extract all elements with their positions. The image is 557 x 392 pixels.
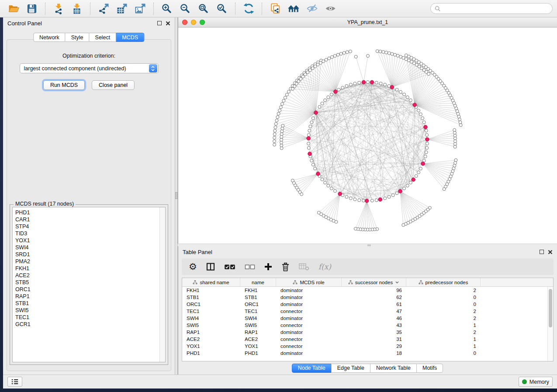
export-image-button[interactable] [132, 2, 148, 16]
float-panel-icon[interactable] [540, 250, 544, 254]
open-session-button[interactable] [6, 2, 21, 16]
cell-mcds_role[interactable]: dominator [276, 351, 342, 356]
hide-selected-button[interactable] [304, 2, 320, 16]
network-canvas[interactable] [178, 28, 557, 244]
column-header-predecessor-nodes[interactable]: predecessor nodes [406, 278, 481, 286]
cell-mcds_role[interactable]: dominator [276, 316, 342, 321]
close-panel-icon[interactable] [548, 250, 553, 254]
import-table-button[interactable] [69, 2, 85, 16]
cell-mcds_role[interactable]: dominator [276, 288, 342, 293]
tab-node-table[interactable]: Node Table [292, 364, 332, 373]
cell-successor_nodes[interactable]: 96 [342, 288, 406, 293]
table-row[interactable]: SWI5SWI5connector431 [182, 322, 553, 329]
tab-mcds[interactable]: MCDS [116, 33, 144, 42]
zoom-selected-button[interactable] [214, 2, 230, 16]
mcds-result-item[interactable]: TID3 [15, 230, 159, 237]
cell-predecessor_nodes[interactable]: 1 [406, 337, 481, 342]
cell-successor_nodes[interactable]: 18 [342, 351, 406, 356]
table-row[interactable]: ORC1ORC1dominator610 [182, 301, 553, 308]
table-mode-button[interactable]: ⚙ [189, 262, 197, 272]
cell-mcds_role[interactable]: dominator [276, 302, 342, 307]
export-network-button[interactable] [96, 2, 111, 16]
cell-mcds_role[interactable]: dominator [276, 330, 342, 335]
import-network-button[interactable] [51, 2, 66, 16]
show-all-button[interactable] [322, 2, 338, 16]
cell-shared_name[interactable]: RAP1 [182, 330, 240, 335]
cell-predecessor_nodes[interactable]: 2 [406, 309, 481, 314]
mcds-result-item[interactable]: STP4 [15, 223, 159, 230]
apply-preferred-layout-button[interactable] [241, 2, 256, 16]
vertical-splitter[interactable] [175, 17, 178, 375]
mcds-result-item[interactable]: ACE2 [15, 272, 159, 279]
mcds-result-item[interactable]: RAP1 [15, 293, 159, 300]
cell-name[interactable]: FKH1 [240, 288, 276, 293]
mcds-result-scrollbar[interactable] [159, 207, 165, 362]
run-mcds-button[interactable]: Run MCDS [43, 80, 85, 90]
tab-network-table[interactable]: Network Table [370, 364, 417, 373]
table-row[interactable]: PHD1PHD1dominator180 [182, 350, 553, 357]
column-header-name[interactable]: name [240, 278, 276, 286]
tab-select[interactable]: Select [89, 33, 117, 42]
table-row[interactable]: SWI4SWI4dominator462 [182, 315, 553, 322]
zoom-fit-button[interactable] [196, 2, 211, 16]
float-panel-icon[interactable] [157, 21, 162, 25]
cell-mcds_role[interactable]: dominator [276, 295, 342, 300]
memory-button[interactable]: Memory [519, 377, 553, 387]
deselect-all-button[interactable] [245, 264, 255, 270]
cell-predecessor_nodes[interactable]: 1 [406, 344, 481, 349]
cell-shared_name[interactable]: SWI4 [182, 316, 240, 321]
cell-predecessor_nodes[interactable]: 2 [406, 330, 481, 335]
mcds-result-item[interactable]: TEC1 [15, 314, 159, 321]
optimization-criterion-select[interactable]: largest connected component (undirected) [20, 63, 159, 73]
tab-edge-table[interactable]: Edge Table [331, 364, 370, 373]
cell-successor_nodes[interactable]: 29 [342, 344, 406, 349]
cell-shared_name[interactable]: PHD1 [182, 351, 240, 356]
mcds-result-item[interactable]: PHD1 [15, 209, 159, 216]
cell-name[interactable]: PHD1 [240, 351, 276, 356]
cell-successor_nodes[interactable]: 62 [342, 295, 406, 300]
cell-shared_name[interactable]: STB1 [182, 295, 240, 300]
cell-name[interactable]: STB1 [240, 295, 276, 300]
add-column-button[interactable] [264, 263, 272, 271]
table-row[interactable]: YOX1YOX1connector291 [182, 343, 553, 350]
cell-name[interactable]: TEC1 [240, 309, 276, 314]
table-row[interactable]: ACE2ACE2connector311 [182, 336, 553, 343]
table-row[interactable]: RAP1RAP1dominator352 [182, 329, 553, 336]
mcds-result-item[interactable]: ORC1 [15, 286, 159, 293]
cell-successor_nodes[interactable]: 47 [342, 309, 406, 314]
cell-name[interactable]: SWI5 [240, 323, 276, 328]
cell-name[interactable]: ACE2 [240, 337, 276, 342]
cell-shared_name[interactable]: SWI5 [182, 323, 240, 328]
table-scrollbar[interactable] [547, 287, 553, 361]
cell-shared_name[interactable]: TEC1 [182, 309, 240, 314]
function-builder-button[interactable]: f(x) [318, 262, 331, 271]
cell-predecessor_nodes[interactable]: 1 [406, 323, 481, 328]
cell-name[interactable]: YOX1 [240, 344, 276, 349]
duplicate-network-button[interactable] [267, 2, 283, 16]
cell-successor_nodes[interactable]: 35 [342, 330, 406, 335]
select-all-button[interactable] [224, 264, 235, 270]
tab-style[interactable]: Style [65, 33, 90, 42]
cell-shared_name[interactable]: YOX1 [182, 344, 240, 349]
mcds-result-item[interactable]: STB5 [15, 279, 159, 286]
cell-mcds_role[interactable]: connector [276, 323, 342, 328]
zoom-out-button[interactable] [177, 2, 193, 16]
cell-predecessor_nodes[interactable]: 0 [406, 351, 481, 356]
tab-motifs[interactable]: Motifs [416, 364, 443, 373]
column-header-mcds-role[interactable]: MCDS role [276, 278, 342, 286]
cell-predecessor_nodes[interactable]: 2 [406, 316, 481, 321]
mcds-result-item[interactable]: YOX1 [15, 237, 159, 244]
table-row[interactable]: TEC1TEC1connector472 [182, 308, 553, 315]
mcds-result-item[interactable]: STB1 [15, 300, 159, 307]
mcds-result-item[interactable]: SWI5 [15, 307, 159, 314]
cell-successor_nodes[interactable]: 61 [342, 302, 406, 307]
minimize-window-button[interactable] [191, 20, 196, 25]
scrollbar-thumb[interactable] [549, 289, 552, 327]
tab-network[interactable]: Network [33, 33, 66, 42]
splitter-handle[interactable] [367, 244, 371, 246]
cell-name[interactable]: ORC1 [240, 302, 276, 307]
task-history-button[interactable] [7, 377, 22, 387]
cell-successor_nodes[interactable]: 43 [342, 323, 406, 328]
search-box[interactable] [430, 3, 553, 14]
table-row[interactable]: STB1STB1dominator620 [182, 294, 553, 301]
